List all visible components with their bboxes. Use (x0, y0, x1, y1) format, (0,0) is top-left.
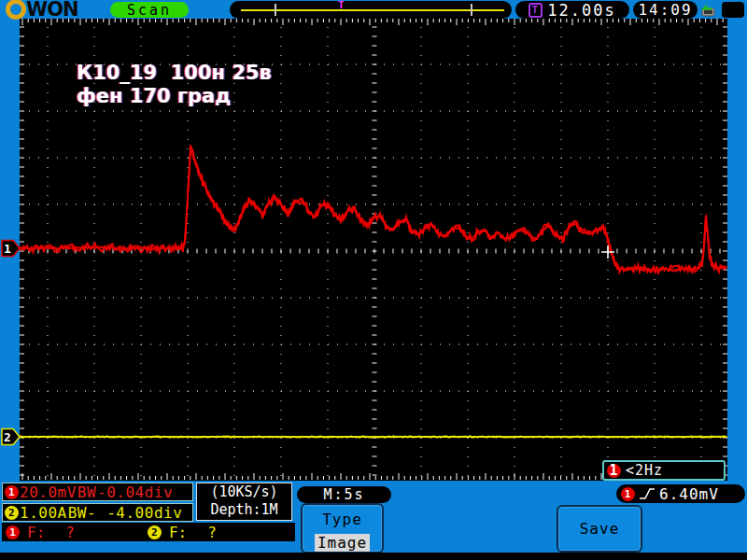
ch2-f-label: F: (169, 524, 187, 541)
user-annotation: К10_19 100н 25вфен 170 град (77, 62, 272, 108)
rising-edge-icon (639, 487, 655, 500)
oscilloscope-screen: WON Scan T T 12.00s 14:09 К10_19 100н 25… (0, 0, 747, 560)
ch1-f-label: F: (27, 524, 45, 541)
sample-rate: (10KS/s) (197, 483, 291, 501)
ch2-position-flag: 2 (1, 427, 21, 446)
frequency-counter: 1 <2Hz (602, 460, 726, 481)
ch1-badge: 1 (607, 464, 621, 478)
frequency-value: <2Hz (626, 462, 663, 479)
trigger-level-value: 6.40mV (659, 485, 719, 503)
type-label: Type (303, 511, 382, 528)
ch1-scale: 20.0mV (20, 483, 77, 501)
ch1-badge: 1 (5, 485, 19, 499)
annotation-line2: фен 170 град (77, 85, 231, 107)
bottom-strip (0, 553, 747, 560)
save-button[interactable]: Save (557, 505, 642, 553)
ch1-flag-number: 1 (4, 242, 11, 256)
ch2-f-value: ? (207, 524, 217, 541)
type-value: Image (315, 534, 370, 552)
trigger-level-readout: 1 6.40mV (616, 484, 745, 503)
ch2-scale: 1.00A (20, 504, 67, 522)
ch2-coupling: BW- (68, 504, 96, 522)
ch1-settings-box: 120.0mVBW-0.04div (2, 483, 193, 501)
ch1-offset: -0.04div (97, 483, 173, 501)
ch1-coupling: BW (78, 483, 96, 501)
annotation-line1: К10_19 100н 25в (77, 62, 272, 84)
ch2-badge: 2 (5, 506, 19, 520)
ch2-badge: 2 (148, 525, 162, 539)
ch2-settings-box: 21.00ABW- -4.00div (2, 503, 193, 522)
frequency-measure-bar: 1F:? 2F:? (2, 523, 295, 541)
acquisition-info-box: (10KS/s) Depth:1M (196, 483, 292, 521)
ch1-f-value: ? (65, 524, 75, 541)
timebase-readout: M:5s (297, 486, 391, 503)
ch2-flag-number: 2 (4, 430, 11, 444)
memory-depth: Depth:1M (197, 501, 291, 519)
type-image-button[interactable]: Type Image (301, 503, 384, 553)
ch2-offset: -4.00div (97, 504, 182, 522)
ch1-badge: 1 (6, 525, 20, 539)
ch1-badge: 1 (621, 487, 635, 501)
ch1-position-flag: 1 (1, 239, 21, 258)
